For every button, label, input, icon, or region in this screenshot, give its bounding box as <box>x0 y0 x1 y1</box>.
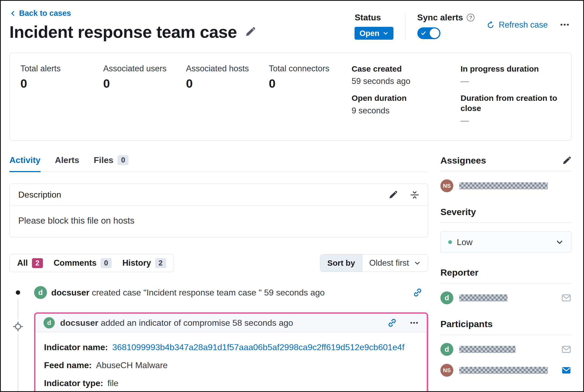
detail-label-open-duration: Open duration <box>352 93 451 103</box>
toggle-knob <box>430 28 439 38</box>
collapse-description-icon[interactable] <box>410 190 419 199</box>
assignees-section: Assignees NS <box>440 155 571 192</box>
filter-all-label: All <box>17 258 28 268</box>
filter-comments-count-badge: 0 <box>101 258 112 268</box>
field-label: Indicator name: <box>44 342 108 352</box>
chevron-left-icon <box>9 10 16 17</box>
metric-value: 0 <box>20 77 103 91</box>
avatar: d <box>43 317 55 328</box>
edit-assignees-pencil-icon[interactable] <box>562 156 571 165</box>
metric-value: 0 <box>269 77 352 91</box>
avatar: d <box>440 291 453 304</box>
detail-value-creation-to-close: — <box>461 116 560 125</box>
assignees-title: Assignees <box>440 155 486 166</box>
timeline-line <box>18 291 18 392</box>
field-value: AbuseCH Malware <box>96 360 168 370</box>
case-sidebar: Assignees NS Severity Low <box>440 155 571 392</box>
filter-comments-label: Comments <box>54 258 97 268</box>
back-to-cases-link[interactable]: Back to cases <box>9 9 71 18</box>
sort-by-label: Sort by <box>320 254 362 272</box>
tab-files-label: Files <box>94 155 113 165</box>
metric-label: Total connectors <box>269 64 352 73</box>
indicator-name-row: Indicator name: 3681099993b4b347a28a91d1… <box>44 342 418 352</box>
tab-alerts[interactable]: Alerts <box>55 155 79 172</box>
assignee-row: NS <box>440 179 571 192</box>
filter-history-count-badge: 2 <box>155 258 166 268</box>
metric-associated-hosts: Associated hosts 0 <box>186 64 269 133</box>
participants-section: Participants d NS <box>440 319 571 377</box>
refresh-case-button[interactable]: Refresh case <box>486 20 548 30</box>
sync-alerts-block: Sync alerts ? <box>417 13 475 39</box>
status-value: Open <box>359 29 379 38</box>
filter-all[interactable]: All 2 <box>17 258 43 268</box>
field-label: Feed name: <box>44 360 92 370</box>
reporter-row: d <box>440 291 571 304</box>
tab-files[interactable]: Files 0 <box>94 155 129 172</box>
check-icon <box>421 31 426 36</box>
chevron-down-icon <box>383 30 389 36</box>
detail-label-in-progress: In progress duration <box>461 64 560 74</box>
mail-icon[interactable] <box>561 293 571 303</box>
edit-title-pencil-icon[interactable] <box>245 27 256 37</box>
mail-icon[interactable] <box>561 344 571 354</box>
sync-alerts-toggle[interactable] <box>417 27 440 39</box>
status-dropdown-button[interactable]: Open <box>355 27 393 40</box>
page-title: Incident response team case <box>9 22 237 42</box>
sync-alerts-label: Sync alerts <box>417 13 463 23</box>
metric-total-alerts: Total alerts 0 <box>20 64 103 133</box>
description-panel: Description Please block this file on ho… <box>9 184 428 237</box>
indicator-name-link[interactable]: 3681099993b4b347a28a91d1f57aaa06b5af2998… <box>112 342 404 352</box>
chevron-down-icon <box>414 260 421 267</box>
sort-control[interactable]: Sort by Oldest first <box>320 254 428 272</box>
severity-title: Severity <box>440 207 476 217</box>
comment-header: d docsuser added an indicator of comprom… <box>35 314 427 332</box>
avatar: d <box>440 343 453 356</box>
detail-value-case-created: 59 seconds ago <box>352 76 451 86</box>
comment-more-icon[interactable] <box>410 318 419 327</box>
edit-description-pencil-icon[interactable] <box>389 190 398 199</box>
metric-value: 0 <box>103 77 186 91</box>
description-title: Description <box>18 190 61 200</box>
redacted-name <box>459 294 508 301</box>
link-icon[interactable] <box>388 318 397 327</box>
metric-label: Total alerts <box>20 64 103 73</box>
participant-row: NS <box>440 364 571 377</box>
mail-filled-icon[interactable] <box>561 365 571 375</box>
status-label: Status <box>355 13 393 23</box>
metric-label: Associated hosts <box>186 64 269 73</box>
case-detail-page: Back to cases Incident response team cas… <box>0 0 584 392</box>
participant-row: d <box>440 343 571 356</box>
field-value: file <box>107 378 118 388</box>
header-divider <box>405 13 406 39</box>
link-icon[interactable] <box>413 288 422 297</box>
activity-timeline: d docsuser created case "Incident respon… <box>9 284 428 392</box>
field-label: Indicator type: <box>44 378 103 388</box>
timeline-event-created: d docsuser created case "Incident respon… <box>9 284 428 301</box>
event-text: created case "Incident response team cas… <box>92 288 325 297</box>
filter-all-count-badge: 2 <box>32 258 43 268</box>
case-actions-more-icon[interactable] <box>560 20 570 30</box>
filter-comments[interactable]: Comments 0 <box>54 258 112 268</box>
participants-title: Participants <box>440 319 493 329</box>
filter-history-label: History <box>122 258 151 268</box>
chevron-down-icon <box>556 238 564 246</box>
event-user: docsuser <box>60 318 98 328</box>
severity-value: Low <box>457 237 473 247</box>
filter-history[interactable]: History 2 <box>122 258 166 268</box>
detail-label-case-created: Case created <box>352 64 451 74</box>
reporter-title: Reporter <box>440 267 479 278</box>
avatar: NS <box>440 364 453 377</box>
help-icon[interactable]: ? <box>467 14 474 21</box>
reporter-section: Reporter d <box>440 267 571 304</box>
severity-low-dot-icon <box>448 240 452 244</box>
detail-value-in-progress: — <box>461 76 560 86</box>
back-to-cases-label: Back to cases <box>19 9 71 18</box>
highlighted-comment: d docsuser added an indicator of comprom… <box>34 312 428 392</box>
files-count-badge: 0 <box>118 155 129 165</box>
severity-select[interactable]: Low <box>440 231 571 253</box>
metric-label: Associated users <box>103 64 186 73</box>
tab-activity[interactable]: Activity <box>9 155 41 172</box>
redacted-name <box>459 346 516 353</box>
indicator-type-row: Indicator type: file <box>44 378 418 388</box>
redacted-name <box>459 182 548 189</box>
